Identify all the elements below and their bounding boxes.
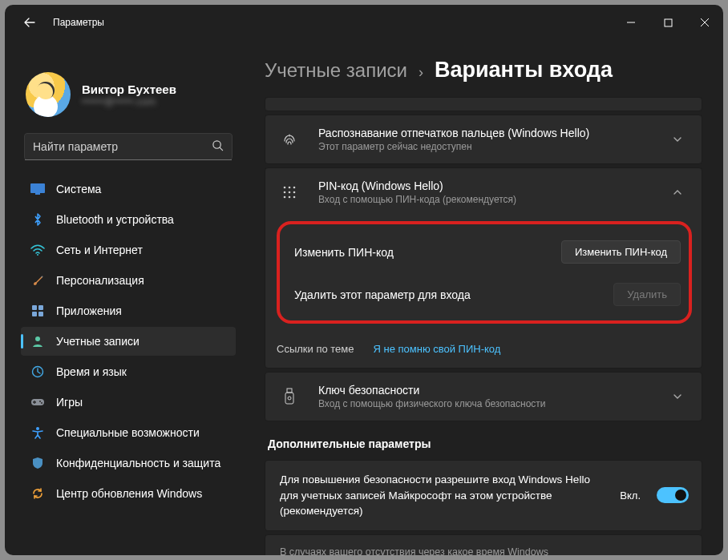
svg-rect-6 [38, 305, 43, 310]
person-icon [30, 334, 45, 348]
svg-point-1 [213, 141, 220, 148]
svg-point-13 [41, 402, 42, 404]
sidebar-item-label: Персонализация [56, 274, 144, 287]
chevron-down-icon [666, 391, 689, 402]
sidebar-item-accessibility[interactable]: Специальные возможности [21, 418, 236, 447]
toggle-switch[interactable] [657, 487, 689, 503]
titlebar: Параметры [5, 5, 723, 40]
sidebar-item-windows-update[interactable]: Центр обновления Windows [21, 479, 236, 508]
account-header[interactable]: Виктор Бухтеев ••••••@•••••.com [21, 46, 236, 133]
svg-point-26 [288, 397, 291, 400]
option-security-key[interactable]: Ключ безопасности Вход с помощью физичес… [265, 372, 702, 421]
svg-point-22 [289, 196, 291, 199]
account-email: ••••••@•••••.com [82, 96, 176, 107]
clock-globe-icon [30, 365, 45, 379]
sidebar-item-time-language[interactable]: Время и язык [21, 357, 236, 386]
display-icon [30, 182, 45, 196]
fingerprint-icon [273, 131, 305, 148]
option-fingerprint[interactable]: Распознавание отпечатков пальцев (Window… [265, 115, 702, 164]
sidebar-item-label: Bluetooth и устройства [56, 213, 174, 226]
remove-pin-row: Удалить этот параметр для входа Удалить [291, 275, 681, 309]
close-icon [700, 18, 710, 27]
window-title: Параметры [53, 17, 104, 28]
option-subtitle: Вход с помощью физического ключа безопас… [318, 398, 653, 409]
svg-point-23 [293, 196, 296, 199]
sidebar-item-system[interactable]: Система [21, 175, 236, 203]
absence-setting-partial[interactable]: В случаях вашего отсутствия через какое … [265, 534, 702, 555]
accessibility-icon [30, 425, 45, 440]
option-subtitle: Этот параметр сейчас недоступен [318, 141, 653, 152]
gamepad-icon [30, 395, 45, 409]
paintbrush-icon [30, 273, 45, 288]
collapsed-option-placeholder[interactable] [265, 97, 702, 111]
pin-links-row: Ссылки по теме Я не помню свой ПИН-код [265, 335, 702, 368]
search-box[interactable] [24, 133, 233, 160]
sidebar-item-bluetooth[interactable]: Bluetooth и устройства [21, 205, 236, 234]
bluetooth-icon [30, 212, 45, 227]
additional-section-title: Дополнительные параметры [268, 437, 702, 450]
close-button[interactable] [686, 5, 723, 40]
chevron-down-icon [666, 134, 689, 145]
svg-rect-0 [665, 19, 672, 26]
apps-icon [30, 304, 45, 318]
change-pin-label: Изменить ПИН-код [294, 246, 394, 259]
breadcrumb-parent[interactable]: Учетные записи [265, 59, 407, 82]
remove-pin-label: Удалить этот параметр для входа [294, 288, 471, 301]
svg-point-15 [284, 187, 286, 189]
svg-rect-24 [287, 389, 292, 393]
sidebar-item-personalization[interactable]: Персонализация [21, 266, 236, 295]
hello-for-ms-accounts: Для повышения безопасности разрешите вхо… [265, 460, 702, 531]
option-pin-header[interactable]: PIN-код (Windows Hello) Вход с помощью П… [265, 168, 702, 216]
svg-rect-25 [285, 393, 293, 404]
svg-point-21 [284, 196, 286, 199]
svg-rect-2 [30, 183, 45, 193]
minimize-button[interactable] [613, 5, 649, 40]
svg-point-9 [35, 336, 40, 341]
toggle-state-label: Вкл. [620, 489, 641, 502]
sidebar-item-label: Система [56, 183, 101, 195]
sidebar-item-label: Центр обновления Windows [56, 487, 202, 500]
change-pin-button[interactable]: Изменить ПИН-код [561, 240, 681, 264]
sidebar-item-label: Игры [56, 396, 83, 409]
sidebar-item-label: Конфиденциальность и защита [56, 457, 220, 469]
sidebar-item-gaming[interactable]: Игры [21, 388, 236, 417]
sidebar-item-accounts[interactable]: Учетные записи [21, 327, 236, 356]
links-heading: Ссылки по теме [277, 343, 354, 355]
sidebar-item-label: Время и язык [56, 365, 127, 378]
page-title: Варианты входа [435, 58, 613, 83]
search-input[interactable] [33, 140, 212, 153]
svg-rect-5 [32, 305, 37, 310]
search-icon [212, 139, 224, 154]
sidebar-item-label: Специальные возможности [56, 426, 200, 439]
keypad-icon [273, 184, 305, 200]
svg-point-4 [37, 254, 38, 256]
forgot-pin-link[interactable]: Я не помню свой ПИН-код [373, 343, 500, 355]
update-icon [30, 486, 45, 501]
arrow-left-icon [23, 16, 36, 29]
back-button[interactable] [18, 16, 42, 29]
option-pin: PIN-код (Windows Hello) Вход с помощью П… [265, 167, 702, 369]
nav: Система Bluetooth и устройства Сеть и Ин… [21, 175, 236, 508]
svg-rect-3 [35, 193, 40, 195]
settings-window: Параметры Виктор Бухтеев ••••••@•••••.co… [5, 5, 723, 555]
svg-point-19 [289, 191, 291, 194]
sidebar: Виктор Бухтеев ••••••@•••••.com Система [5, 40, 245, 555]
option-subtitle: Вход с помощью ПИН-кода (рекомендуется) [318, 194, 653, 205]
sidebar-item-label: Сеть и Интернет [56, 244, 143, 256]
svg-point-18 [284, 191, 286, 194]
sidebar-item-privacy[interactable]: Конфиденциальность и защита [21, 449, 236, 477]
sidebar-item-label: Учетные записи [56, 335, 140, 348]
option-title: PIN-код (Windows Hello) [318, 179, 653, 192]
account-name: Виктор Бухтеев [82, 83, 176, 96]
sidebar-item-label: Приложения [56, 304, 122, 317]
maximize-button[interactable] [649, 5, 686, 40]
maximize-icon [664, 18, 673, 27]
option-title: Распознавание отпечатков пальцев (Window… [318, 127, 653, 139]
breadcrumb: Учетные записи › Варианты входа [265, 58, 702, 83]
svg-point-20 [293, 191, 296, 194]
sidebar-item-apps[interactable]: Приложения [21, 296, 236, 325]
sidebar-item-network[interactable]: Сеть и Интернет [21, 236, 236, 264]
remove-pin-button[interactable]: Удалить [613, 283, 681, 306]
chevron-up-icon [666, 187, 689, 198]
svg-rect-8 [38, 312, 43, 316]
